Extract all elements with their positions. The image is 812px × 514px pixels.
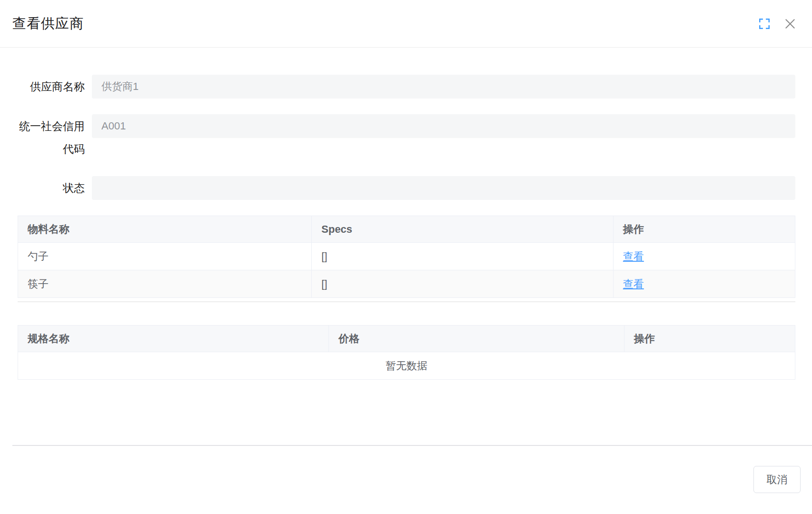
dialog-title: 查看供应商 <box>12 14 84 33</box>
close-icon[interactable] <box>782 16 798 31</box>
status-label: 状态 <box>12 176 85 200</box>
form-item-status: 状态 <box>12 176 795 200</box>
materials-col-action-header: 操作 <box>613 216 795 243</box>
supplier-name-label: 供应商名称 <box>12 75 85 99</box>
material-name-cell: 勺子 <box>18 243 312 270</box>
materials-table: 物料名称 Specs 操作 勺子 [] 查看 筷子 [] 查看 <box>18 216 795 298</box>
materials-col-name-header: 物料名称 <box>18 216 312 243</box>
credit-code-input <box>92 114 795 138</box>
specs-col-price-header: 价格 <box>329 326 624 352</box>
fullscreen-icon[interactable] <box>758 18 771 30</box>
specs-table: 规格名称 价格 操作 暂无数据 <box>18 325 795 380</box>
table-row: 勺子 [] 查看 <box>18 243 795 270</box>
material-action-cell: 查看 <box>613 243 795 270</box>
dialog-body: 供应商名称 统一社会信用代码 状态 物料名称 Specs 操作 勺子 [] <box>0 48 812 380</box>
materials-col-specs-header: Specs <box>312 216 614 243</box>
form-item-supplier-name: 供应商名称 <box>12 75 795 99</box>
material-specs-cell: [] <box>312 243 614 270</box>
empty-placeholder: 暂无数据 <box>18 352 795 380</box>
scrollbar-gutter <box>18 298 795 302</box>
status-input <box>92 176 795 200</box>
specs-col-action-header: 操作 <box>624 326 795 352</box>
view-link[interactable]: 查看 <box>623 250 644 262</box>
table-row: 筷子 [] 查看 <box>18 270 795 298</box>
material-specs-cell: [] <box>312 270 614 298</box>
view-link[interactable]: 查看 <box>623 278 644 290</box>
material-name-cell: 筷子 <box>18 270 312 298</box>
form-item-credit-code: 统一社会信用代码 <box>12 114 795 160</box>
material-action-cell: 查看 <box>613 270 795 298</box>
header-icons <box>758 16 798 31</box>
specs-col-name-header: 规格名称 <box>18 326 329 352</box>
credit-code-label: 统一社会信用代码 <box>12 114 85 160</box>
cancel-button[interactable]: 取消 <box>753 466 801 493</box>
dialog-header: 查看供应商 <box>0 0 812 48</box>
empty-row: 暂无数据 <box>18 352 795 380</box>
specs-table-header-row: 规格名称 价格 操作 <box>18 326 795 352</box>
supplier-name-input <box>92 75 795 99</box>
materials-table-header-row: 物料名称 Specs 操作 <box>18 216 795 243</box>
footer-divider <box>12 445 812 446</box>
